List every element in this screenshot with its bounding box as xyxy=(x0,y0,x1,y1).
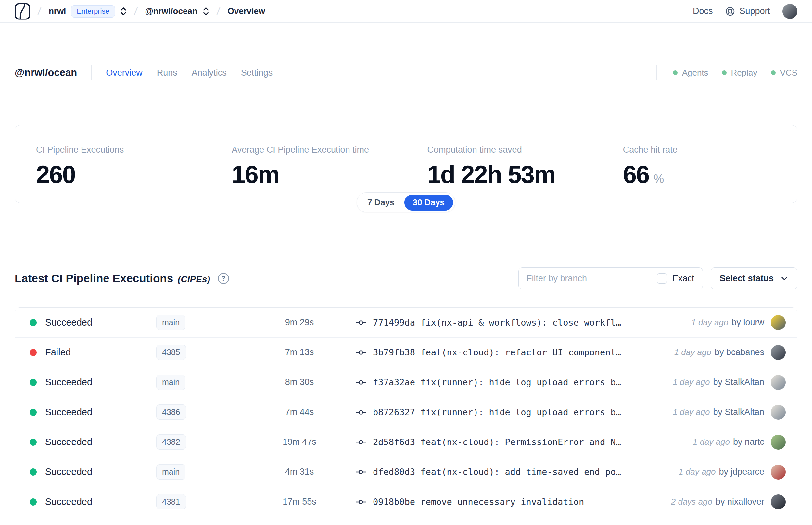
divider xyxy=(91,65,92,80)
author-avatar[interactable] xyxy=(771,375,786,390)
cipe-list-header: Latest CI Pipeline Executions(CIPEs) ? E… xyxy=(15,267,797,290)
git-commit-icon xyxy=(355,498,366,506)
git-commit-icon xyxy=(355,318,366,327)
stat-computation-time-saved: Computation time saved 1d 22h 53m xyxy=(406,125,601,203)
date-range-toggle: 7 Days 30 Days xyxy=(357,192,455,212)
support-link[interactable]: Support xyxy=(725,6,770,17)
breadcrumb-org[interactable]: nrwl xyxy=(49,6,66,16)
status-dot xyxy=(30,439,37,446)
breadcrumb-separator: / xyxy=(134,5,138,17)
author[interactable]: by jdpearce xyxy=(719,467,764,477)
tab-runs[interactable]: Runs xyxy=(157,68,177,78)
branch-badge[interactable]: 4381 xyxy=(156,494,186,509)
exact-label[interactable]: Exact xyxy=(672,273,694,284)
branch-badge[interactable]: 4382 xyxy=(156,434,186,450)
author[interactable]: by bcabanes xyxy=(715,347,764,357)
exact-checkbox[interactable] xyxy=(657,273,667,284)
duration: 7m 13s xyxy=(251,347,348,357)
git-commit-icon xyxy=(355,408,366,417)
branch-filter-input[interactable] xyxy=(519,268,648,289)
time-ago: 1 day ago xyxy=(673,377,710,387)
status-dot xyxy=(30,468,37,476)
commit-message[interactable]: dfed80d3feat(nx-cloud): add time-saved e… xyxy=(373,467,621,477)
git-commit-icon xyxy=(355,378,366,387)
commit-message[interactable]: 3b79fb38feat(nx-cloud): refactor UI comp… xyxy=(373,347,621,357)
table-row[interactable]: Succeeded main 4m 31s dfed80d3feat(nx-cl… xyxy=(15,457,797,487)
status-dot xyxy=(30,319,37,326)
table-row[interactable]: Succeeded main 8m 30s f37a32aefix(runner… xyxy=(15,368,797,397)
commit-message[interactable]: 771499dafix(nx-api & workflows): close w… xyxy=(373,317,621,328)
author[interactable]: by nartc xyxy=(733,437,764,447)
green-status-dot xyxy=(722,71,726,75)
stat-value: 1d 22h 53m xyxy=(427,162,588,187)
time-ago: 1 day ago xyxy=(678,467,716,477)
divider xyxy=(656,65,657,80)
help-icon[interactable]: ? xyxy=(217,272,230,285)
status-label: Succeeded xyxy=(45,466,156,477)
commit-message[interactable]: 0918b0beremove unnecessary invalidation xyxy=(373,497,584,507)
table-row[interactable]: Failed 4385 7m 13s 3b79fb38feat(nx-cloud… xyxy=(15,338,797,368)
time-ago: 2 days ago xyxy=(671,497,712,507)
branch-badge[interactable]: 4386 xyxy=(156,404,186,420)
select-status-button[interactable]: Select status xyxy=(711,267,797,289)
tab-settings[interactable]: Settings xyxy=(241,68,273,78)
time-ago: 1 day ago xyxy=(691,317,728,328)
cipe-table: Succeeded main 9m 29s 771499dafix(nx-api… xyxy=(15,308,797,525)
user-avatar[interactable] xyxy=(782,4,797,19)
range-30-days[interactable]: 30 Days xyxy=(404,195,453,211)
branch-badge[interactable]: main xyxy=(156,464,185,480)
top-nav: / nrwl Enterprise / @nrwl/ocean xyxy=(0,0,812,23)
range-7-days[interactable]: 7 Days xyxy=(359,195,403,211)
table-row[interactable]: Succeeded 4386 7m 44s b8726327fix(runner… xyxy=(15,397,797,427)
status-label: Succeeded xyxy=(45,317,156,328)
author-avatar[interactable] xyxy=(771,494,786,509)
table-row[interactable]: Succeeded main 9m 29s 771499dafix(nx-api… xyxy=(15,308,797,338)
author-avatar[interactable] xyxy=(771,405,786,420)
branch-badge[interactable]: 4385 xyxy=(156,345,186,360)
author-avatar[interactable] xyxy=(771,435,786,450)
tab-overview[interactable]: Overview xyxy=(106,68,142,78)
workspace-switcher-icon[interactable] xyxy=(203,6,209,16)
status-dot xyxy=(30,349,37,356)
branch-badge[interactable]: main xyxy=(156,375,185,390)
stat-average-execution-time: Average CI Pipeline Execution time 16m xyxy=(210,125,406,203)
duration: 19m 47s xyxy=(251,437,348,447)
chevron-down-icon xyxy=(780,274,788,283)
commit-message[interactable]: 2d58f6d3feat(nx-cloud): PermissionError … xyxy=(373,437,621,447)
author[interactable]: by StalkAltan xyxy=(713,377,764,387)
app: / nrwl Enterprise / @nrwl/ocean xyxy=(0,0,812,525)
nx-cloud-logo-icon[interactable] xyxy=(15,3,30,20)
git-commit-icon xyxy=(355,468,366,476)
breadcrumb-separator: / xyxy=(37,5,42,17)
author-avatar[interactable] xyxy=(771,465,786,480)
author[interactable]: by StalkAltan xyxy=(713,407,764,417)
page-title: @nrwl/ocean xyxy=(15,67,77,79)
enterprise-badge: Enterprise xyxy=(71,5,114,17)
commit-message[interactable]: b8726327fix(runner): hide log upload err… xyxy=(373,407,621,417)
author-avatar[interactable] xyxy=(771,345,786,360)
filters: Exact Select status xyxy=(518,267,797,289)
author[interactable]: by lourw xyxy=(732,317,764,328)
author-avatar[interactable] xyxy=(771,315,786,330)
commit-message[interactable]: f37a32aefix(runner): hide log upload err… xyxy=(373,377,621,387)
tab-analytics[interactable]: Analytics xyxy=(191,68,227,78)
author[interactable]: by nixallover xyxy=(716,497,764,507)
section-title: Latest CI Pipeline Executions(CIPEs) xyxy=(15,272,210,285)
docs-link[interactable]: Docs xyxy=(693,6,713,16)
status-replay: Replay xyxy=(722,68,757,78)
stats-cards: CI Pipeline Executions 260 Average CI Pi… xyxy=(15,125,797,203)
status-agents: Agents xyxy=(673,68,708,78)
status-label: Succeeded xyxy=(45,377,156,388)
status-dot xyxy=(30,498,37,506)
breadcrumb-workspace[interactable]: @nrwl/ocean xyxy=(145,6,198,16)
branch-badge[interactable]: main xyxy=(156,315,185,330)
status-vcs: VCS xyxy=(771,68,797,78)
status-label: Succeeded xyxy=(45,496,156,507)
breadcrumb-separator: / xyxy=(216,5,220,17)
status-label: Succeeded xyxy=(45,437,156,447)
stat-value: 66% xyxy=(623,162,784,191)
status-label: Succeeded xyxy=(45,407,156,418)
table-row[interactable]: Succeeded 4381 17m 55s 0918b0beremove un… xyxy=(15,487,797,517)
org-switcher-icon[interactable] xyxy=(120,6,127,16)
table-row[interactable]: Succeeded 4382 19m 47s 2d58f6d3feat(nx-c… xyxy=(15,427,797,457)
